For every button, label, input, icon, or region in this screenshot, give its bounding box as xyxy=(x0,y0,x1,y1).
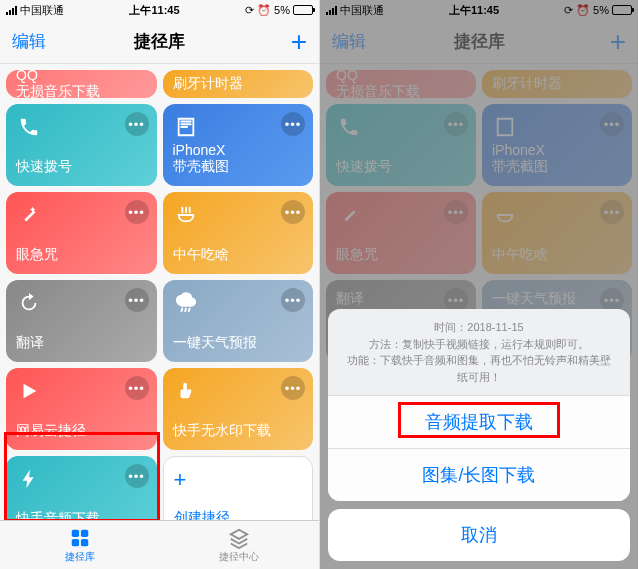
more-icon[interactable]: ••• xyxy=(125,288,149,312)
sheet-header: 时间：2018-11-15 方法：复制快手视频链接，运行本规则即可。 功能：下载… xyxy=(328,309,630,396)
sheet-feature: 功能：下载快手音频和图集，再也不怕无铃声和精美壁纸可用！ xyxy=(342,352,616,385)
plus-icon: + xyxy=(174,467,303,493)
more-icon[interactable]: ••• xyxy=(281,200,305,224)
nav-bar: 编辑 捷径库 + xyxy=(0,20,319,64)
sheet-method: 方法：复制快手视频链接，运行本规则即可。 xyxy=(342,336,616,353)
card-translate[interactable]: ••• 翻译 xyxy=(6,280,157,362)
bolt-icon xyxy=(16,466,42,492)
more-icon[interactable]: ••• xyxy=(125,200,149,224)
tab-library[interactable]: 捷径库 xyxy=(0,521,160,569)
battery-label: 5% xyxy=(274,4,290,16)
more-icon[interactable]: ••• xyxy=(281,376,305,400)
sheet-option-audio[interactable]: 音频提取下载 xyxy=(328,396,630,449)
refresh-icon xyxy=(16,290,42,316)
action-sheet: 时间：2018-11-15 方法：复制快手视频链接，运行本规则即可。 功能：下载… xyxy=(328,309,630,561)
more-icon[interactable]: ••• xyxy=(281,288,305,312)
svg-rect-3 xyxy=(81,538,88,545)
card-eye[interactable]: ••• 眼急咒 xyxy=(6,192,157,274)
status-bar: 中国联通 上午11:45 ⟳⏰5% xyxy=(0,0,319,20)
card-kuaishou-nowm[interactable]: ••• 快手无水印下载 xyxy=(163,368,314,450)
svg-rect-2 xyxy=(72,538,79,545)
card-lunch[interactable]: ••• 中午吃啥 xyxy=(163,192,314,274)
more-icon[interactable]: ••• xyxy=(125,464,149,488)
grid-icon xyxy=(68,527,92,549)
card-iphonex-screenshot[interactable]: ••• iPhoneX 带壳截图 xyxy=(163,104,314,186)
document-icon xyxy=(173,114,199,140)
battery-icon xyxy=(293,5,313,15)
play-icon xyxy=(16,378,42,404)
card-quick-dial[interactable]: ••• 快速拨号 xyxy=(6,104,157,186)
svg-rect-0 xyxy=(72,529,79,536)
page-title: 捷径库 xyxy=(134,30,185,53)
screen-actionsheet: 中国联通 上午11:45 ⟳⏰5% 编辑 捷径库 + QQ 无损音乐下载 刷牙计… xyxy=(319,0,638,569)
more-icon[interactable]: ••• xyxy=(281,112,305,136)
alarm-icon: ⏰ xyxy=(257,4,271,17)
clock-label: 上午11:45 xyxy=(129,3,179,18)
card-brush-timer[interactable]: 刷牙计时器 xyxy=(163,70,314,98)
card-netease[interactable]: ••• 网易云捷径 xyxy=(6,368,157,450)
carrier-label: 中国联通 xyxy=(20,3,64,18)
signal-icon xyxy=(6,6,17,15)
tab-bar: 捷径库 捷径中心 xyxy=(0,520,319,569)
more-icon[interactable]: ••• xyxy=(125,376,149,400)
rain-icon xyxy=(173,290,199,316)
shortcut-grid: QQ 无损音乐下载 刷牙计时器 ••• 快速拨号 ••• iPhoneX 带壳截… xyxy=(0,64,319,544)
sheet-cancel[interactable]: 取消 xyxy=(328,509,630,561)
tab-gallery[interactable]: 捷径中心 xyxy=(160,521,320,569)
rotation-lock-icon: ⟳ xyxy=(245,4,254,17)
wand-icon xyxy=(16,202,42,228)
screen-library: 中国联通 上午11:45 ⟳⏰5% 编辑 捷径库 + QQ 无损音乐下载 刷牙计… xyxy=(0,0,319,569)
edit-button[interactable]: 编辑 xyxy=(12,30,46,53)
phone-icon xyxy=(16,114,42,140)
add-button[interactable]: + xyxy=(291,28,307,56)
bowl-icon xyxy=(173,202,199,228)
card-qq-music[interactable]: QQ 无损音乐下载 xyxy=(6,70,157,98)
card-weather[interactable]: ••• 一键天气预报 xyxy=(163,280,314,362)
more-icon[interactable]: ••• xyxy=(125,112,149,136)
svg-rect-1 xyxy=(81,529,88,536)
hand-icon xyxy=(173,378,199,404)
sheet-date: 时间：2018-11-15 xyxy=(342,319,616,336)
sheet-option-gallery[interactable]: 图集/长图下载 xyxy=(328,449,630,501)
stack-icon xyxy=(227,527,251,549)
